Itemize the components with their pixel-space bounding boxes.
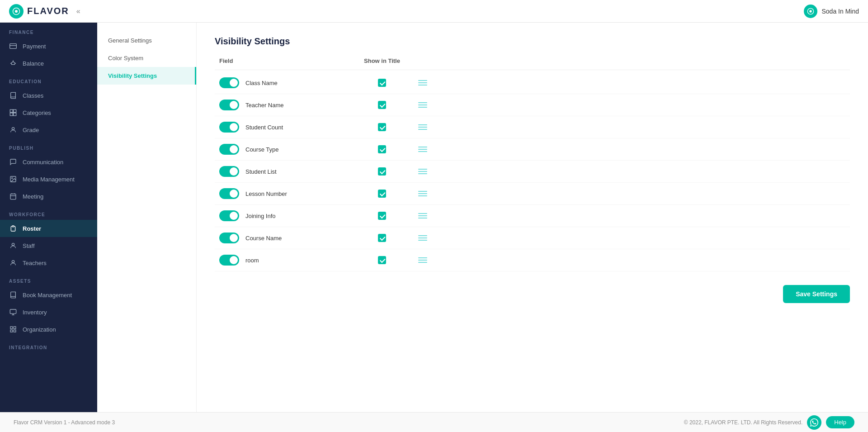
svg-point-11 [12,128,14,130]
table-row: Class Name [215,72,850,94]
sidebar-item-teachers[interactable]: Teachers [0,254,97,271]
toggle-joining-info[interactable] [219,210,239,221]
toggle-student-count[interactable] [219,122,239,133]
sidebar-item-label-classes: Classes [23,92,43,99]
sidebar-item-roster[interactable]: Roster [0,220,97,237]
drag-line-1 [418,80,427,81]
footer-copyright: © 2022, FLAVOR PTE. LTD. All Rights Rese… [684,419,803,426]
sidebar-item-label-inventory: Inventory [23,309,47,316]
svg-point-20 [12,261,14,263]
sidebar-item-label-payment: Payment [23,43,46,50]
drag-line-3 [418,151,427,152]
drag-line-2 [418,82,427,83]
svg-point-19 [12,243,14,246]
row-label-course-name: Course Name [245,235,282,242]
toggle-teacher-name[interactable] [219,100,239,110]
row-label-student-list: Student List [245,168,277,175]
svg-rect-7 [10,109,13,112]
sidebar-item-book-management[interactable]: Book Management [0,286,97,304]
staff-icon [9,242,17,250]
drag-line-1 [418,235,427,236]
drag-handle-course-name[interactable] [409,235,436,241]
sidebar-item-meeting[interactable]: Meeting [0,188,97,205]
svg-rect-25 [10,330,13,332]
toggle-course-type[interactable] [219,144,239,155]
toggle-course-name[interactable] [219,233,239,243]
brand-icon [804,5,817,18]
drag-handle-teacher-name[interactable] [409,102,436,108]
settings-rows: Class Name Teacher Name [215,72,850,271]
drag-line-2 [418,171,427,172]
drag-handle-student-count[interactable] [409,124,436,130]
sub-nav-item-visibility-settings[interactable]: Visibility Settings [97,67,196,85]
meeting-icon [9,192,17,200]
checkbox-cell-student-list [355,167,409,176]
svg-rect-24 [14,330,16,332]
drag-handle-class-name[interactable] [409,80,436,85]
drag-line-3 [418,173,427,174]
drag-line-1 [418,102,427,103]
row-toggle-label-course-name: Course Name [219,233,355,243]
checkbox-joining-info[interactable] [378,212,386,220]
sidebar-item-label-book-management: Book Management [23,292,72,299]
sub-nav: General SettingsColor SystemVisibility S… [97,23,197,412]
collapse-button[interactable]: « [76,7,80,15]
whatsapp-button[interactable] [807,415,821,430]
checkbox-course-type[interactable] [378,145,386,153]
sub-nav-item-color-system[interactable]: Color System [97,49,196,67]
checkbox-lesson-number[interactable] [378,190,386,198]
drag-line-2 [418,149,427,150]
drag-line-2 [418,127,427,128]
drag-handle-course-type[interactable] [409,147,436,152]
svg-point-13 [12,178,13,179]
checkbox-cell-teacher-name [355,101,409,109]
sidebar-section-assets: ASSETS [0,271,97,286]
sidebar-item-inventory[interactable]: Inventory [0,304,97,321]
table-row: room [215,249,850,271]
checkbox-course-name[interactable] [378,234,386,242]
sub-nav-item-general-settings[interactable]: General Settings [97,32,196,49]
sidebar-section-finance: FINANCE [0,23,97,38]
drag-handle-lesson-number[interactable] [409,191,436,196]
sidebar-item-classes[interactable]: Classes [0,87,97,104]
sidebar-item-communication[interactable]: Communication [0,153,97,171]
table-row: Lesson Number [215,183,850,205]
communication-icon [9,158,17,166]
drag-handle-joining-info[interactable] [409,213,436,218]
drag-line-3 [418,195,427,196]
checkbox-student-count[interactable] [378,123,386,131]
sidebar-item-media-management[interactable]: Media Management [0,171,97,188]
help-button[interactable]: Help [826,416,854,428]
row-toggle-label-student-count: Student Count [219,122,355,133]
toggle-class-name[interactable] [219,77,239,88]
drag-line-3 [418,129,427,130]
toggle-lesson-number[interactable] [219,188,239,199]
toggle-room[interactable] [219,255,239,266]
sidebar-section-education: EDUCATION [0,72,97,87]
drag-line-2 [418,193,427,194]
toggle-student-list[interactable] [219,166,239,177]
drag-line-3 [418,240,427,241]
drag-line-3 [418,262,427,263]
sidebar-item-balance[interactable]: Balance [0,55,97,72]
drag-line-2 [418,104,427,105]
drag-handle-student-list[interactable] [409,169,436,174]
sidebar-item-label-roster: Roster [23,225,41,232]
sidebar-item-grade[interactable]: Grade [0,121,97,138]
save-settings-button[interactable]: Save Settings [783,285,850,303]
table-row: Joining Info [215,205,850,227]
main-layout: FINANCEPaymentBalanceEDUCATIONClassesCat… [0,23,868,412]
checkbox-teacher-name[interactable] [378,101,386,109]
header-right: Soda In Mind [804,5,859,18]
sidebar-item-organization[interactable]: Organization [0,321,97,338]
footer-version: Flavor CRM Version 1 - Advanced mode 3 [14,419,115,426]
drag-line-2 [418,237,427,238]
drag-handle-room[interactable] [409,257,436,263]
row-label-room: room [245,257,259,264]
sidebar-item-categories[interactable]: Categories [0,104,97,121]
checkbox-room[interactable] [378,256,386,264]
checkbox-class-name[interactable] [378,79,386,87]
sidebar-item-payment[interactable]: Payment [0,38,97,55]
sidebar-item-staff[interactable]: Staff [0,237,97,254]
checkbox-student-list[interactable] [378,167,386,176]
